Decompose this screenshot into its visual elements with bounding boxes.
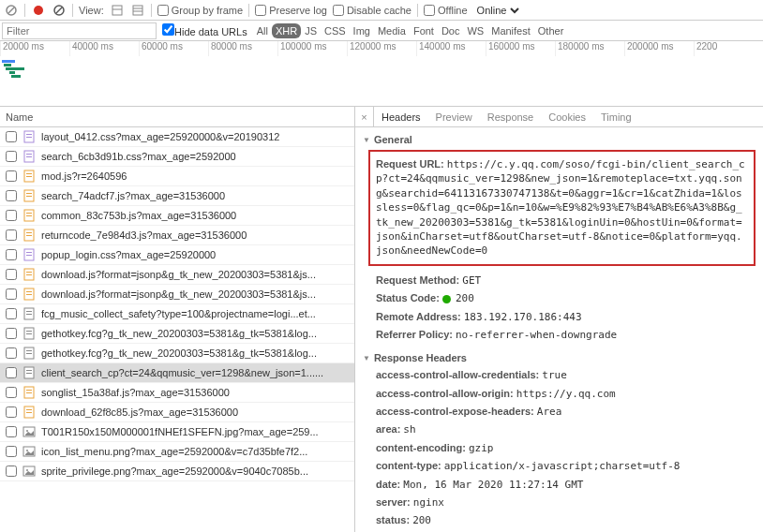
row-checkbox[interactable] [6, 328, 17, 339]
request-name: layout_0412.css?max_age=25920000&v=20190… [41, 131, 279, 142]
row-checkbox[interactable] [6, 249, 17, 260]
type-filter-manifest[interactable]: Manifest [487, 23, 534, 38]
request-list-header[interactable]: Name [0, 107, 354, 127]
row-checkbox[interactable] [6, 229, 17, 241]
request-row[interactable]: returncode_7e984d3.js?max_age=31536000 [0, 226, 354, 245]
type-filter-xhr[interactable]: XHR [272, 23, 301, 38]
stop-record-icon[interactable] [4, 3, 19, 18]
response-header-row: area: sh [363, 421, 756, 438]
row-checkbox[interactable] [6, 406, 17, 418]
type-filter-img[interactable]: Img [350, 23, 374, 38]
clear-icon[interactable] [52, 3, 67, 18]
file-type-icon [22, 366, 36, 379]
request-row[interactable]: songlist_15a38af.js?max_age=31536000 [0, 383, 354, 403]
row-checkbox[interactable] [6, 347, 17, 359]
timeline-tick: 120000 ms [347, 41, 416, 56]
file-type-icon [22, 307, 36, 320]
row-checkbox[interactable] [6, 387, 17, 398]
request-row[interactable]: search_6cb3d91b.css?max_age=2592000 [0, 147, 354, 167]
svg-rect-20 [26, 193, 32, 194]
type-filter-ws[interactable]: WS [463, 23, 487, 38]
row-checkbox[interactable] [6, 288, 17, 300]
request-row[interactable]: popup_login.css?max_age=25920000 [0, 245, 354, 265]
tab-preview[interactable]: Preview [428, 107, 480, 126]
timeline-tick: 20000 ms [0, 41, 69, 56]
svg-rect-29 [26, 252, 32, 253]
request-row[interactable]: mod.js?r=2640596 [0, 167, 354, 186]
tab-headers[interactable]: Headers [374, 107, 428, 126]
request-row[interactable]: layout_0412.css?max_age=25920000&v=20190… [0, 127, 354, 147]
response-header-row: content-type: application/x-javascript;c… [363, 457, 756, 475]
timeline-tick: 80000 ms [208, 41, 277, 56]
disable-cache-checkbox[interactable]: Disable cache [333, 5, 411, 16]
file-type-icon [22, 327, 36, 340]
request-row[interactable]: download.js?format=jsonp&g_tk_new_202003… [0, 285, 354, 304]
row-checkbox[interactable] [6, 446, 17, 457]
svg-rect-18 [26, 176, 32, 177]
offline-checkbox[interactable]: Offline [424, 5, 468, 16]
timeline-overview[interactable]: 20000 ms40000 ms60000 ms80000 ms100000 m… [0, 41, 763, 107]
svg-rect-38 [26, 311, 32, 312]
request-row[interactable]: fcg_music_collect_safety?type=100&projec… [0, 304, 354, 324]
svg-rect-32 [26, 272, 32, 273]
request-name: popup_login.css?max_age=25920000 [41, 249, 216, 260]
close-detail-icon[interactable]: × [355, 107, 374, 126]
view-large-icon[interactable] [110, 3, 125, 18]
row-checkbox[interactable] [6, 170, 17, 182]
svg-rect-42 [26, 333, 32, 334]
response-headers-section[interactable]: Response Headers [363, 349, 756, 366]
type-filter-all[interactable]: All [253, 23, 272, 38]
tab-cookies[interactable]: Cookies [541, 107, 593, 126]
request-name: download.js?format=jsonp&g_tk_new_202003… [41, 288, 316, 300]
type-filter-js[interactable]: JS [301, 23, 321, 38]
request-row[interactable]: icon_list_menu.png?max_age=2592000&v=c7d… [0, 442, 354, 462]
timeline-tick: 60000 ms [139, 41, 208, 56]
file-type-icon [22, 347, 36, 360]
request-row[interactable]: sprite_privilege.png?max_age=2592000&v=9… [0, 462, 354, 481]
request-row[interactable]: search_74adcf7.js?max_age=31536000 [0, 186, 354, 206]
request-row[interactable]: client_search_cp?ct=24&qqmusic_ver=1298&… [0, 363, 354, 383]
record-icon[interactable] [31, 3, 46, 18]
svg-point-56 [26, 430, 28, 432]
type-filter-doc[interactable]: Doc [438, 23, 464, 38]
tab-response[interactable]: Response [480, 107, 542, 126]
row-checkbox[interactable] [6, 151, 17, 162]
row-checkbox[interactable] [6, 131, 17, 142]
hide-data-urls-checkbox[interactable]: Hide data URLs [162, 23, 247, 37]
file-type-icon [22, 209, 36, 222]
row-checkbox[interactable] [6, 367, 17, 378]
general-section[interactable]: General [363, 131, 756, 148]
svg-rect-21 [26, 196, 32, 197]
view-label: View: [79, 5, 104, 16]
request-row[interactable]: gethotkey.fcg?g_tk_new_20200303=5381&g_t… [0, 344, 354, 363]
request-row[interactable]: T001R150x150M000001fNHEf1SFEFN.jpg?max_a… [0, 422, 354, 442]
request-name: returncode_7e984d3.js?max_age=31536000 [41, 229, 247, 241]
request-name: songlist_15a38af.js?max_age=31536000 [41, 387, 230, 398]
svg-rect-45 [26, 353, 32, 354]
request-name: sprite_privilege.png?max_age=2592000&v=9… [41, 466, 308, 477]
row-checkbox[interactable] [6, 466, 17, 477]
filter-input[interactable] [2, 22, 157, 39]
row-checkbox[interactable] [6, 190, 17, 201]
group-by-frame-checkbox[interactable]: Group by frame [157, 5, 243, 16]
row-checkbox[interactable] [6, 308, 17, 319]
throttling-select[interactable]: Online [473, 4, 522, 17]
row-checkbox[interactable] [6, 269, 17, 280]
type-filter-media[interactable]: Media [374, 23, 410, 38]
request-row[interactable]: download_62f8c85.js?max_age=31536000 [0, 403, 354, 422]
request-name: download_62f8c85.js?max_age=31536000 [41, 406, 238, 418]
request-row[interactable]: gethotkey.fcg?g_tk_new_20200303=5381&g_t… [0, 324, 354, 344]
type-filter-font[interactable]: Font [410, 23, 438, 38]
request-row[interactable]: download.js?format=jsonp&g_tk_new_202003… [0, 265, 354, 285]
view-small-icon[interactable] [130, 3, 145, 18]
svg-rect-54 [26, 412, 32, 413]
row-checkbox[interactable] [6, 210, 17, 221]
row-checkbox[interactable] [6, 426, 17, 437]
tab-timing[interactable]: Timing [593, 107, 639, 126]
svg-point-2 [34, 6, 43, 15]
svg-rect-48 [26, 373, 32, 374]
preserve-log-checkbox[interactable]: Preserve log [255, 5, 327, 16]
type-filter-css[interactable]: CSS [321, 23, 350, 38]
type-filter-other[interactable]: Other [534, 23, 568, 38]
request-row[interactable]: common_83c753b.js?max_age=31536000 [0, 206, 354, 226]
